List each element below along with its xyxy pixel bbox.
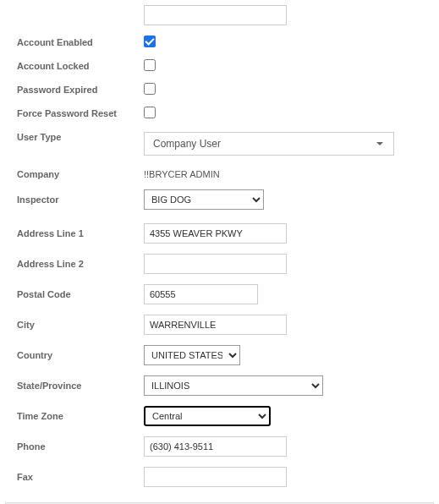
label-inspector: Inspector	[8, 194, 144, 205]
input-address1[interactable]	[144, 223, 287, 244]
input-fax[interactable]	[144, 467, 287, 487]
label-timezone: Time Zone	[8, 411, 144, 421]
input-address2[interactable]	[144, 254, 287, 274]
row-address1: Address Line 1	[8, 215, 431, 249]
input-phone[interactable]	[144, 436, 287, 457]
row-account-enabled: Account Enabled	[8, 30, 431, 54]
label-password-expired: Password Expired	[8, 85, 144, 95]
label-city: City	[8, 320, 144, 330]
label-account-enabled: Account Enabled	[8, 37, 144, 47]
row-company: Company !!BRYCER ADMIN	[8, 161, 431, 184]
select-inspector[interactable]: BIG DOG	[144, 189, 264, 210]
select-user-type[interactable]: Company User	[144, 132, 394, 156]
select-user-type-value: Company User	[153, 138, 221, 150]
label-phone: Phone	[8, 441, 144, 452]
label-address2: Address Line 2	[8, 259, 144, 269]
row-state: State/Province ILLINOIS	[8, 370, 431, 401]
label-postal-code: Postal Code	[8, 289, 144, 299]
label-fax: Fax	[8, 472, 144, 482]
row-address2: Address Line 2	[8, 249, 431, 279]
row-account-locked: Account Locked	[8, 54, 431, 78]
row-country: Country UNITED STATES	[8, 340, 431, 370]
row-timezone: Time Zone Central	[8, 401, 431, 431]
row-inspector: Inspector BIG DOG	[8, 184, 431, 215]
row-force-password-reset: Force Password Reset	[8, 101, 431, 125]
checkbox-account-locked[interactable]	[144, 59, 156, 71]
checkbox-account-enabled[interactable]	[144, 36, 156, 47]
label-country: Country	[8, 350, 144, 360]
row-phone: Phone	[8, 431, 431, 462]
chevron-down-icon	[376, 142, 383, 145]
label-company: Company	[8, 169, 144, 179]
row-user-type: User Type Company User	[8, 125, 431, 161]
input-city[interactable]	[144, 315, 287, 335]
label-state: State/Province	[8, 381, 144, 391]
checkbox-password-expired[interactable]	[144, 83, 156, 95]
row-postal-code: Postal Code	[8, 279, 431, 310]
select-country[interactable]: UNITED STATES	[144, 345, 240, 365]
select-state[interactable]: ILLINOIS	[144, 375, 323, 396]
input-postal-code[interactable]	[144, 284, 258, 304]
label-account-locked: Account Locked	[8, 61, 144, 71]
top-row-cutoff	[8, 5, 431, 30]
checkbox-force-password-reset[interactable]	[144, 107, 156, 118]
top-input-cutoff[interactable]	[144, 5, 287, 25]
label-user-type: User Type	[8, 132, 144, 142]
label-force-password-reset: Force Password Reset	[8, 108, 144, 118]
value-company: !!BRYCER ADMIN	[144, 169, 220, 179]
label-address1: Address Line 1	[8, 228, 144, 238]
row-fax: Fax	[8, 462, 431, 492]
select-timezone[interactable]: Central	[144, 406, 271, 426]
row-password-expired: Password Expired	[8, 78, 431, 101]
row-city: City	[8, 310, 431, 340]
